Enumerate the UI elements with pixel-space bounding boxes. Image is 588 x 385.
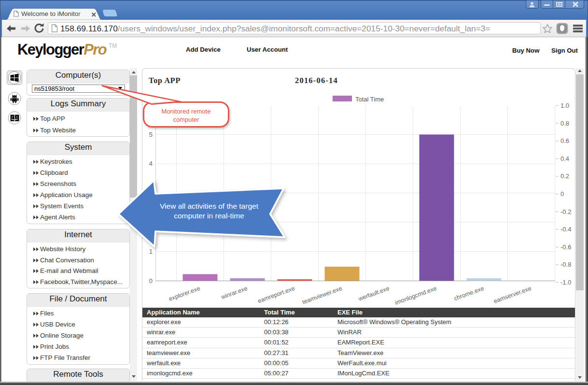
svg-text:-1.0: -1.0	[560, 279, 571, 286]
svg-text:winrar.exe: winrar.exe	[220, 285, 248, 301]
svg-text:eamserver.exe: eamserver.exe	[493, 285, 532, 305]
svg-text:0.8: 0.8	[560, 120, 569, 127]
svg-text:View all activities of the tar: View all activities of the target	[160, 202, 259, 210]
svg-text:-0.6: -0.6	[560, 243, 571, 251]
svg-text:werfault.exe: werfault.exe	[357, 285, 390, 303]
svg-text:0.2: 0.2	[560, 172, 569, 180]
svg-text:2016-06-14: 2016-06-14	[295, 76, 338, 85]
svg-text:eamreport.exe: eamreport.exe	[257, 285, 296, 305]
svg-text:Total Time: Total Time	[355, 96, 384, 103]
svg-text:1.0: 1.0	[560, 102, 569, 109]
svg-text:chrome.exe: chrome.exe	[453, 285, 485, 302]
svg-text:teamviewer.exe: teamviewer.exe	[301, 285, 343, 306]
svg-text:0: 0	[560, 190, 564, 198]
svg-text:0.6: 0.6	[560, 137, 569, 144]
svg-text:-0.4: -0.4	[560, 226, 571, 233]
svg-text:imonlogcmd.exe: imonlogcmd.exe	[394, 285, 437, 306]
svg-text:explorer.exe: explorer.exe	[168, 285, 201, 302]
svg-text:0: 0	[149, 277, 153, 285]
svg-text:-0.2: -0.2	[560, 208, 571, 215]
svg-text:computer in real-time: computer in real-time	[174, 212, 244, 220]
svg-text:4: 4	[149, 160, 153, 167]
svg-text:-0.8: -0.8	[560, 261, 571, 268]
svg-text:0.4: 0.4	[560, 155, 569, 162]
